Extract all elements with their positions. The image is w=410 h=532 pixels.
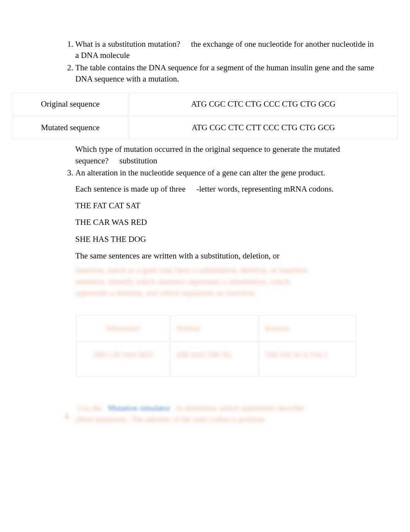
mut-cell-deletion: SHE HAS THE DG	[176, 351, 232, 359]
q3-line2b: -letter words, representing mRNA codons.	[197, 184, 334, 194]
codon-sentence-1: THE FAT CAT SAT	[75, 200, 375, 211]
q3-line2a: Each sentence is made up of three	[75, 184, 186, 194]
q2-followup-answer: substitution	[119, 156, 157, 165]
mut-head-substitution: Substitution	[106, 325, 140, 332]
blurred-line-2: mutation. Identify which sentence repres…	[75, 276, 352, 287]
table-row: Mutated sequence ATG CGC CTC CTT CCC CTG…	[12, 116, 398, 139]
codon-sentence-2: THE CAR WAS RED	[75, 217, 375, 228]
question-2: The table contains the DNA sequence for …	[75, 62, 398, 85]
mutation-table-wrap: Substitution Deletion Insertion THE CAT …	[75, 314, 375, 377]
blurred-line-1: insertion, much as a gene may have a sub…	[75, 265, 352, 276]
table-row: Substitution Deletion Insertion	[76, 315, 356, 341]
question-4: Use the Mutation simulator to determine …	[12, 403, 398, 425]
question-3: An alteration in the nucleotide sequence…	[75, 167, 398, 377]
q4-text-c: silent mutations. The adenine of the sta…	[75, 414, 375, 425]
mutated-seq-value: ATG CGC CTC CTT CCC CTG CTG GCG	[129, 116, 398, 139]
q1-prompt: What is a substitution mutation?	[75, 39, 180, 49]
mut-cell-substitution: THE CAT WAS RED	[93, 351, 153, 359]
q2-intro: The table contains the DNA sequence for …	[75, 62, 375, 85]
table-row: Original sequence ATG CGC CTC CTG CCC CT…	[12, 93, 398, 116]
sequence-table: Original sequence ATG CGC CTC CTG CCC CT…	[12, 92, 398, 140]
sequence-table-wrap: Original sequence ATG CGC CTC CTG CCC CT…	[12, 92, 398, 140]
mut-cell-insertion: THE FAT ACA TSA T	[265, 351, 328, 359]
original-seq-label: Original sequence	[12, 93, 128, 116]
mutation-table: Substitution Deletion Insertion THE CAT …	[75, 314, 357, 377]
question-1: What is a substitution mutation?the exch…	[75, 39, 398, 61]
blurred-line-3: represents a deletion, and which represe…	[75, 287, 352, 299]
q2-followup-prompt: Which type of mutation occurred in the o…	[75, 144, 340, 165]
blurred-content: insertion, much as a gene may have a sub…	[75, 265, 375, 299]
table-row: THE CAT WAS RED SHE HAS THE DG THE FAT A…	[76, 342, 356, 377]
question-2-followup: Which type of mutation occurred in the o…	[75, 144, 398, 167]
mut-head-deletion: Deletion	[176, 325, 200, 332]
q4-text-b: to determine which statements describe	[176, 403, 304, 413]
codon-sentence-3: SHE HAS THE DOG	[75, 234, 375, 245]
mutation-simulator-link[interactable]: Mutation simulator	[108, 403, 171, 413]
q3-intro: An alteration in the nucleotide sequence…	[75, 167, 375, 178]
original-seq-value: ATG CGC CTC CTG CCC CTG CTG GCG	[129, 93, 398, 116]
q3-line3: The same sentences are written with a su…	[75, 250, 375, 262]
mut-head-insertion: Insertion	[265, 325, 290, 332]
mutated-seq-label: Mutated sequence	[12, 116, 128, 139]
q4-text-a: Use the	[77, 403, 102, 413]
